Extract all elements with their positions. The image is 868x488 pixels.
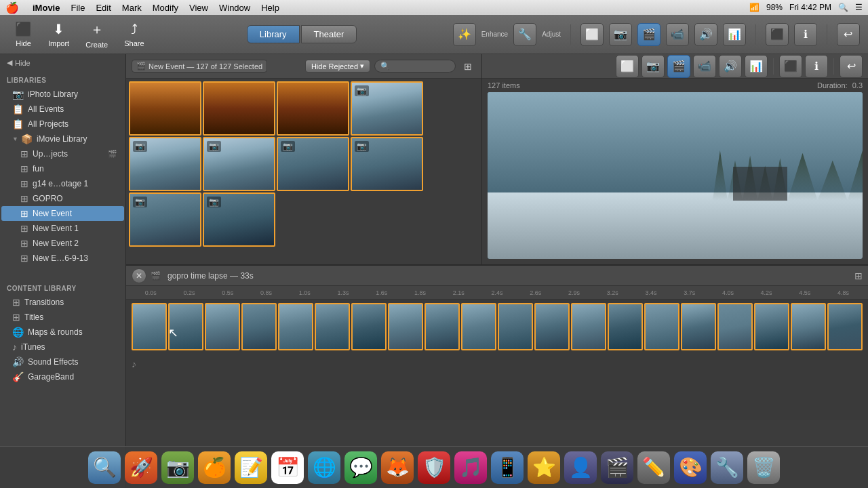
clip-frame[interactable] xyxy=(791,303,826,350)
clip-frame[interactable] xyxy=(608,303,643,350)
clip-frame[interactable] xyxy=(241,303,277,350)
clip-frame[interactable] xyxy=(168,303,203,350)
clip-frame[interactable] xyxy=(278,303,313,350)
clip-frame[interactable] xyxy=(425,303,460,350)
sidebar-item-garageband[interactable]: 🎸 GarageBand xyxy=(1,369,124,384)
menu-mark[interactable]: Mark xyxy=(122,3,142,13)
dock-item-contacts[interactable]: 👤 xyxy=(564,451,597,484)
theater-tab[interactable]: Theater xyxy=(301,25,357,43)
search-icon[interactable]: 🔍 xyxy=(838,3,848,12)
thumb-item[interactable] xyxy=(277,81,349,136)
sidebar-item-g14[interactable]: ⊞ g14 e…otage 1 xyxy=(1,176,124,191)
dock-item-textedit[interactable]: ✏️ xyxy=(637,451,670,484)
dock-item-finder2[interactable]: 🔧 xyxy=(711,451,743,484)
sidebar-item-fun[interactable]: ⊞ fun xyxy=(1,161,124,176)
share-button[interactable]: ⤴ Share xyxy=(117,19,151,50)
adjust-button[interactable]: 🔧 xyxy=(513,23,536,46)
thumb-item[interactable]: 📷 xyxy=(203,137,275,191)
hide-button[interactable]: ⬛ Hide xyxy=(8,18,39,50)
preview-audio-btn[interactable]: 🔊 xyxy=(719,55,742,78)
preview-chart-btn[interactable]: 📊 xyxy=(745,55,768,78)
crop-button[interactable]: ⬜ xyxy=(580,23,604,46)
dock-item-safari[interactable]: 🌐 xyxy=(308,451,340,484)
search-input[interactable]: 🔍 xyxy=(374,60,456,73)
clip-frame[interactable] xyxy=(351,303,387,350)
clip-frame[interactable] xyxy=(717,303,753,350)
sidebar-item-all-projects[interactable]: 📋 All Projects xyxy=(1,117,124,131)
create-button[interactable]: ＋ Create xyxy=(79,18,115,52)
sidebar-item-titles[interactable]: ⊞ Titles xyxy=(1,310,124,325)
clip-frame[interactable] xyxy=(388,303,423,350)
menu-help[interactable]: Help xyxy=(261,3,279,13)
preview-info-btn[interactable]: ℹ xyxy=(805,55,828,78)
sidebar-item-imovie-library[interactable]: ▼ 📦 iMovie Library xyxy=(1,131,124,146)
clip-frame[interactable] xyxy=(571,303,606,350)
sidebar-item-new-event[interactable]: ⊞ New Event xyxy=(1,206,124,221)
sidebar-item-maps-rounds[interactable]: 🌐 Maps & rounds xyxy=(1,325,124,340)
clip-frame[interactable] xyxy=(461,303,496,350)
grid-view-button[interactable]: ⊞ xyxy=(460,58,476,75)
hide-rejected-button[interactable]: Hide Rejected ▾ xyxy=(305,60,370,73)
sidebar-item-new-event-1[interactable]: ⊞ New Event 1 xyxy=(1,221,124,236)
dock-item-itunes[interactable]: 🎵 xyxy=(454,451,487,484)
preview-cam-btn[interactable]: 📷 xyxy=(642,55,665,78)
dock-item-launchpad[interactable]: 🚀 xyxy=(125,451,157,484)
thumb-item[interactable]: 📷 xyxy=(129,192,201,247)
clip-frame[interactable] xyxy=(498,303,533,350)
preview-grid-btn[interactable]: ⬛ xyxy=(779,55,802,78)
sidebar-item-itunes[interactable]: ♪ iTunes xyxy=(1,340,124,354)
dock-item-imovie[interactable]: 🎬 xyxy=(601,451,633,484)
thumb-item[interactable] xyxy=(129,81,201,136)
preview-crop-btn[interactable]: ⬜ xyxy=(616,55,639,78)
thumb-item[interactable]: 📷 xyxy=(277,137,349,191)
thumb-item[interactable]: 📷 xyxy=(351,137,423,191)
dock-item-powerpoint[interactable]: 🍊 xyxy=(198,451,231,484)
clip-frame[interactable] xyxy=(534,303,570,350)
info-button[interactable]: ℹ xyxy=(794,23,817,46)
menu-file[interactable]: File xyxy=(71,3,85,13)
clip-button[interactable]: 🎬 xyxy=(637,23,660,46)
dock-item-calendar[interactable]: 📅 xyxy=(271,451,304,484)
dock-item-finder[interactable]: 🔍 xyxy=(88,451,121,484)
sidebar-item-new-event-2[interactable]: ⊞ New Event 2 xyxy=(1,236,124,251)
clip-frame[interactable] xyxy=(827,303,863,350)
menu-view[interactable]: View xyxy=(189,3,208,13)
clip-frame[interactable] xyxy=(315,303,350,350)
video-button[interactable]: 📹 xyxy=(666,23,689,46)
sidebar-item-gopro[interactable]: ⊞ GOPRO xyxy=(1,191,124,206)
menu-app-name[interactable]: iMovie xyxy=(33,3,60,13)
sidebar-item-transitions[interactable]: ⊞ Transitions xyxy=(1,295,124,310)
dock-item-appstore[interactable]: 📱 xyxy=(491,451,524,484)
thumb-item[interactable]: 📷 xyxy=(129,137,201,191)
dock-item-messages[interactable]: 💬 xyxy=(344,451,377,484)
sidebar-item-iphoto[interactable]: 📷 iPhoto Library xyxy=(1,87,124,102)
menu-edit[interactable]: Edit xyxy=(96,3,111,13)
preview-clip-btn[interactable]: 🎬 xyxy=(667,55,690,78)
menu-icon[interactable]: ☰ xyxy=(855,3,863,12)
hide-sidebar-button[interactable]: ◀ Hide xyxy=(0,54,125,71)
grid-button[interactable]: ⬛ xyxy=(766,23,789,46)
sidebar-item-sound-effects[interactable]: 🔊 Sound Effects xyxy=(1,354,124,369)
clip-frame[interactable] xyxy=(132,303,167,350)
menu-window[interactable]: Window xyxy=(219,3,250,13)
dock-item-photoshop[interactable]: 🎨 xyxy=(674,451,707,484)
dock-item-photos[interactable]: 📷 xyxy=(161,451,194,484)
dock-item-firefox[interactable]: 🦊 xyxy=(381,451,414,484)
preview-undo-btn[interactable]: ↩ xyxy=(840,55,863,78)
thumb-item[interactable]: 📷 xyxy=(351,81,423,136)
clip-frame[interactable] xyxy=(681,303,716,350)
sidebar-item-all-events[interactable]: 📋 All Events xyxy=(1,102,124,117)
timeline-close-button[interactable]: ✕ xyxy=(132,268,146,283)
apple-menu-icon[interactable]: 🍎 xyxy=(5,1,19,14)
sidebar-item-up-jects[interactable]: ⊞ Up…jects 🎬 xyxy=(1,146,124,161)
dock-item-trash[interactable]: 🗑️ xyxy=(747,451,780,484)
thumb-item[interactable]: 📷 xyxy=(203,192,275,247)
dock-item-reeder[interactable]: ⭐ xyxy=(528,451,560,484)
chart-button[interactable]: 📊 xyxy=(723,23,746,46)
clip-frame[interactable] xyxy=(644,303,679,350)
clip-frame[interactable] xyxy=(205,303,240,350)
dock-item-facepalm[interactable]: 🛡️ xyxy=(418,451,450,484)
sidebar-item-new-e-6-9-13[interactable]: ⊞ New E…6-9-13 xyxy=(1,251,124,266)
audio-button[interactable]: 🔊 xyxy=(694,23,717,46)
timeline-grid-button[interactable]: ⊞ xyxy=(854,270,863,281)
